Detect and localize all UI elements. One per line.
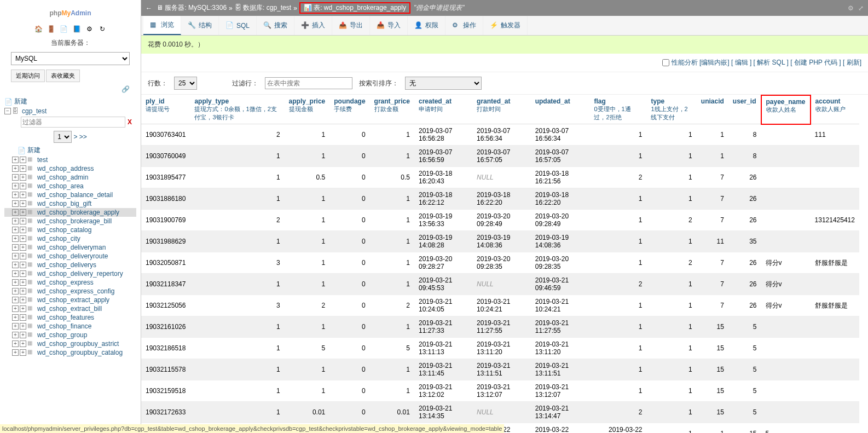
expand-icon[interactable]: + — [12, 305, 19, 312]
col-uniacid[interactable]: uniacid — [697, 95, 728, 124]
edit-link[interactable]: 编辑 — [735, 59, 748, 66]
tree-next[interactable]: > >> — [73, 133, 86, 141]
expand-icon[interactable]: + — [20, 165, 26, 172]
home-icon[interactable]: 🏠 — [34, 25, 43, 34]
expand-icon[interactable]: + — [12, 332, 19, 338]
col-grant_price[interactable]: grant_price打款金额 — [370, 95, 414, 124]
expand-icon[interactable]: + — [12, 183, 19, 189]
expand-icon[interactable]: + — [20, 157, 26, 163]
tree-new[interactable]: 📄新建 — [4, 96, 136, 107]
refresh-link[interactable]: 刷新 — [847, 59, 860, 66]
tree-pager[interactable]: 1 — [54, 131, 72, 143]
server-select[interactable]: MySQL — [11, 52, 130, 65]
expand-icon[interactable]: + — [20, 288, 26, 295]
expand-icon[interactable]: + — [20, 270, 26, 277]
expand-icon[interactable]: + — [20, 349, 26, 356]
expand-icon[interactable]: + — [12, 270, 19, 277]
col-apply_type[interactable]: apply_type提现方式：0余额，1微信，2支付宝，3银行卡 — [190, 95, 284, 124]
expand-icon[interactable]: + — [20, 183, 26, 189]
table-wd_cshop_big_gift[interactable]: ++▦wd_cshop_big_gift — [4, 199, 136, 208]
expand-icon[interactable]: + — [20, 279, 26, 286]
table-wd_cshop_features[interactable]: ++▦wd_cshop_features — [4, 313, 136, 322]
expand-icon[interactable]: + — [12, 323, 19, 330]
expand-icon[interactable]: + — [20, 174, 26, 181]
expand-icon[interactable]: + — [12, 192, 19, 198]
expand-icon[interactable]: + — [12, 340, 19, 347]
col-user_id[interactable]: user_id — [728, 95, 761, 124]
tab-SQL[interactable]: 📄SQL — [219, 16, 257, 35]
docs-icon[interactable]: 📘 — [72, 25, 81, 34]
tree-new-table[interactable]: 📄新建 — [4, 145, 136, 155]
table-wd_cshop_balance_detail[interactable]: ++▦wd_cshop_balance_detail — [4, 190, 136, 199]
table-wd_cshop_deliveryroute[interactable]: ++▦wd_cshop_deliveryroute — [4, 252, 136, 261]
tab-操作[interactable]: ⚙操作 — [445, 16, 483, 35]
expand-icon[interactable]: + — [12, 262, 19, 268]
expand-icon[interactable]: + — [12, 253, 19, 259]
expand-icon[interactable]: + — [20, 235, 26, 242]
table-wd_cshop_extract_bill[interactable]: ++▦wd_cshop_extract_bill — [4, 304, 136, 313]
bc-table[interactable]: 表: wd_cshop_brokerage_apply — [314, 4, 406, 11]
bc-server[interactable]: 服务器: MySQL:3306 — [165, 4, 227, 11]
table-wd_cshop_groupbuy_catalog[interactable]: ++▦wd_cshop_groupbuy_catalog — [4, 348, 136, 357]
col-apply_price[interactable]: apply_price提现金额 — [285, 95, 330, 124]
table-wd_cshop_express[interactable]: ++▦wd_cshop_express — [4, 278, 136, 287]
col-account[interactable]: account收款人账户 — [811, 95, 859, 124]
expand-icon[interactable]: + — [12, 235, 19, 242]
table-wd_cshop_finance[interactable]: ++▦wd_cshop_finance — [4, 322, 136, 331]
table-test[interactable]: ++▦test — [4, 155, 136, 164]
reload-icon[interactable]: ↻ — [98, 25, 107, 34]
tab-触发器[interactable]: ⚡触发器 — [483, 16, 528, 35]
expand-icon[interactable]: + — [12, 200, 19, 207]
tab-插入[interactable]: ➕插入 — [294, 16, 332, 35]
col-flag[interactable]: flag0受理中，1通过，2拒绝 — [589, 95, 646, 124]
table-wd_cshop_express_config[interactable]: ++▦wd_cshop_express_config — [4, 287, 136, 296]
expand-icon[interactable]: ⤢ — [858, 4, 864, 12]
col-poundage[interactable]: poundage手续费 — [329, 95, 369, 124]
explain-link[interactable]: 解析 SQL — [757, 59, 785, 66]
tree-db[interactable]: −🗄cgp_test — [4, 107, 136, 116]
table-row[interactable]: 1903205087131012019-03-20 09:28:272019-0… — [141, 252, 868, 274]
table-row[interactable]: 1903190076921012019-03-19 13:56:332019-0… — [141, 210, 868, 231]
table-row[interactable]: 1903198862911012019-03-19 14:08:282019-0… — [141, 231, 868, 252]
tab-导入[interactable]: 📥导入 — [370, 16, 408, 35]
col-granted_at[interactable]: granted_at打款时间 — [472, 95, 531, 124]
bc-db[interactable]: 数据库: cgp_test — [243, 4, 291, 11]
link-icon[interactable]: 🔗 — [0, 84, 141, 94]
expand-icon[interactable]: + — [20, 218, 26, 224]
tab-搜索[interactable]: 🔍搜索 — [257, 16, 294, 35]
table-wd_cshop_catalog[interactable]: ++▦wd_cshop_catalog — [4, 226, 136, 234]
perf-checkbox[interactable] — [662, 59, 669, 66]
table-wd_cshop_deliverys[interactable]: ++▦wd_cshop_deliverys — [4, 261, 136, 269]
table-wd_cshop_admin[interactable]: ++▦wd_cshop_admin — [4, 173, 136, 182]
table-row[interactable]: 1903216102611012019-03-21 11:27:332019-0… — [141, 316, 868, 338]
table-wd_cshop_address[interactable]: ++▦wd_cshop_address — [4, 164, 136, 173]
expand-icon[interactable]: + — [12, 227, 19, 233]
col-payee_name[interactable]: payee_name收款人姓名 — [761, 95, 811, 124]
expand-icon[interactable]: + — [12, 297, 19, 303]
table-wd_cshop_delivery_repertory[interactable]: ++▦wd_cshop_delivery_repertory — [4, 269, 136, 278]
settings-icon[interactable]: ⚙ — [848, 4, 854, 12]
tab-favorites[interactable]: 表收藏夹 — [46, 70, 80, 82]
expand-icon[interactable]: + — [20, 209, 26, 216]
expand-icon[interactable]: + — [12, 165, 19, 172]
expand-icon[interactable]: + — [20, 244, 26, 251]
expand-icon[interactable]: + — [12, 288, 19, 295]
table-wd_cshop_deliveryman[interactable]: ++▦wd_cshop_deliveryman — [4, 243, 136, 252]
table-row[interactable]: 1903218651815052019-03-21 13:11:132019-0… — [141, 338, 868, 359]
tab-浏览[interactable]: ▦浏览 — [143, 16, 181, 35]
expand-icon[interactable]: + — [12, 218, 19, 224]
table-wd_cshop_brokerage_bill[interactable]: ++▦wd_cshop_brokerage_bill — [4, 217, 136, 226]
table-wd_cshop_groupbuy_astrict[interactable]: ++▦wd_cshop_groupbuy_astrict — [4, 339, 136, 348]
table-row[interactable]: 1903189547710.500.52019-03-18 16:20:43NU… — [141, 167, 868, 188]
expand-icon[interactable]: + — [12, 157, 19, 163]
expand-icon[interactable]: + — [20, 253, 26, 259]
col-created_at[interactable]: created_at申请时间 — [414, 95, 472, 124]
collapse-icon[interactable]: ← — [146, 4, 152, 12]
expand-icon[interactable]: + — [20, 262, 26, 268]
table-row[interactable]: 1903211557811012019-03-21 13:11:452019-0… — [141, 359, 868, 380]
tab-recent[interactable]: 近期访问 — [11, 70, 45, 82]
expand-icon[interactable]: + — [20, 340, 26, 347]
expand-icon[interactable]: + — [20, 200, 26, 207]
php-link[interactable]: 创建 PHP 代码 — [794, 59, 837, 66]
filter-input[interactable] — [265, 77, 352, 89]
